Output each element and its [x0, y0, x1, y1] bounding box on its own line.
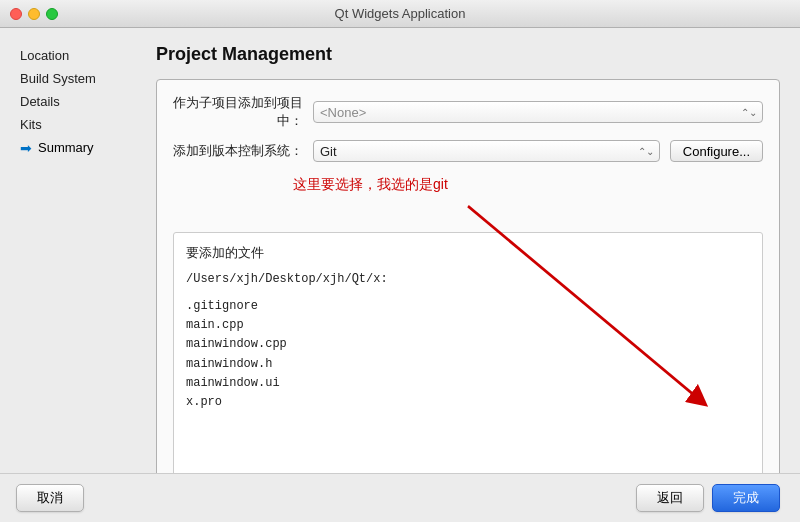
cancel-button[interactable]: 取消 [16, 484, 84, 512]
subproject-select-wrapper: <None> ⌃⌄ [313, 101, 763, 123]
vcs-label: 添加到版本控制系统： [173, 142, 303, 160]
sidebar-item-details[interactable]: Details [0, 90, 140, 113]
vcs-select-wrapper: Git ⌃⌄ [313, 140, 660, 162]
bottom-bar: 取消 返回 完成 [0, 473, 800, 522]
list-item: mainwindow.h [186, 355, 750, 374]
list-item: x.pro [186, 393, 750, 412]
sidebar-item-label: Details [20, 94, 60, 109]
annotation-area: 这里要选择，我选的是git 要添加的文件 /Users/xjh/D [173, 172, 763, 491]
back-button[interactable]: 返回 [636, 484, 704, 512]
app-window: Qt Widgets Application Location Build Sy… [0, 0, 800, 522]
subproject-select[interactable]: <None> [313, 101, 763, 123]
vcs-select[interactable]: Git [313, 140, 660, 162]
minimize-button[interactable] [28, 8, 40, 20]
main-layout: Location Build System Details Kits ➡ Sum… [0, 28, 800, 522]
list-item: mainwindow.ui [186, 374, 750, 393]
page-title: Project Management [156, 44, 780, 65]
active-arrow-icon: ➡ [20, 141, 32, 155]
sidebar-item-label: Summary [38, 140, 94, 155]
sidebar-item-label: Build System [20, 71, 96, 86]
sidebar-item-build-system[interactable]: Build System [0, 67, 140, 90]
subproject-row: 作为子项目添加到项目中： <None> ⌃⌄ [173, 94, 763, 130]
configure-button[interactable]: Configure... [670, 140, 763, 162]
sidebar: Location Build System Details Kits ➡ Sum… [0, 28, 140, 522]
annotation-text: 这里要选择，我选的是git [293, 176, 448, 194]
sidebar-item-label: Kits [20, 117, 42, 132]
list-item: main.cpp [186, 316, 750, 335]
list-item: mainwindow.cpp [186, 335, 750, 354]
content-area: Project Management 作为子项目添加到项目中： <None> ⌃… [140, 28, 800, 522]
files-box: 要添加的文件 /Users/xjh/Desktop/xjh/Qt/x: .git… [173, 232, 763, 491]
window-controls [10, 8, 58, 20]
form-panel: 作为子项目添加到项目中： <None> ⌃⌄ 添加到版本控制系统： Git [156, 79, 780, 506]
files-label: 要添加的文件 [186, 243, 750, 264]
vcs-row: 添加到版本控制系统： Git ⌃⌄ Configure... [173, 140, 763, 162]
file-path: /Users/xjh/Desktop/xjh/Qt/x: [186, 270, 750, 289]
nav-buttons: 返回 完成 [636, 484, 780, 512]
finish-button[interactable]: 完成 [712, 484, 780, 512]
subproject-label: 作为子项目添加到项目中： [173, 94, 303, 130]
close-button[interactable] [10, 8, 22, 20]
sidebar-item-summary[interactable]: ➡ Summary [0, 136, 140, 159]
maximize-button[interactable] [46, 8, 58, 20]
title-bar: Qt Widgets Application [0, 0, 800, 28]
sidebar-item-location[interactable]: Location [0, 44, 140, 67]
sidebar-item-label: Location [20, 48, 69, 63]
window-title: Qt Widgets Application [335, 6, 466, 21]
sidebar-item-kits[interactable]: Kits [0, 113, 140, 136]
list-item: .gitignore [186, 297, 750, 316]
